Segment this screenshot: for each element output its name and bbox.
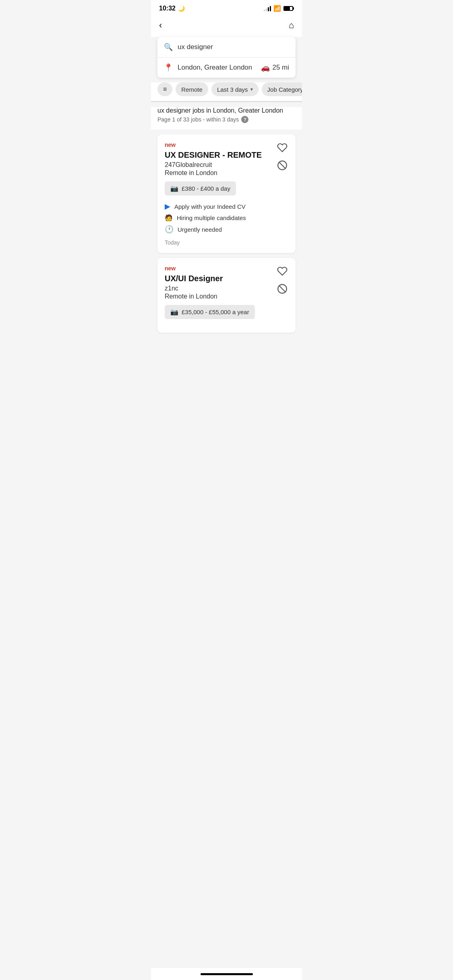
home-bar bbox=[201, 973, 253, 975]
search-container: 🔍 ux designer 📍 London, Greater London 🚗… bbox=[157, 37, 296, 78]
job-title-1: UX DESIGNER - REMOTE bbox=[165, 150, 288, 160]
days-pill-label: Last 3 days bbox=[217, 86, 248, 93]
salary-badge-1: 📷 £380 - £400 a day bbox=[165, 181, 236, 196]
filter-remote-pill[interactable]: Remote bbox=[176, 82, 208, 96]
new-badge-1: new bbox=[165, 142, 288, 148]
filter-category-pill[interactable]: Job Category bbox=[262, 82, 302, 96]
results-title: ux designer jobs in London, Greater Lond… bbox=[157, 107, 296, 114]
search-icon: 🔍 bbox=[164, 43, 173, 51]
results-count: Page 1 of 33 jobs - within 3 days bbox=[157, 116, 239, 123]
status-icons: 📶 bbox=[264, 5, 294, 12]
nav-bar: ‹ ⌂ bbox=[151, 15, 302, 37]
job-location-2: Remote in London bbox=[165, 293, 288, 300]
results-info: ux designer jobs in London, Greater Lond… bbox=[151, 107, 302, 130]
location-text[interactable]: London, Greater London bbox=[178, 64, 256, 72]
filter-icon-pill[interactable]: ≡ bbox=[157, 82, 172, 96]
svg-line-1 bbox=[279, 162, 285, 168]
salary-text-2: £35,000 - £55,000 a year bbox=[182, 309, 249, 315]
card-actions-1 bbox=[276, 142, 288, 171]
search-row[interactable]: 🔍 ux designer bbox=[157, 37, 296, 58]
home-indicator bbox=[151, 968, 302, 980]
wifi-icon: 📶 bbox=[273, 5, 281, 12]
dismiss-job-button-2[interactable] bbox=[276, 283, 288, 295]
svg-line-3 bbox=[279, 286, 285, 292]
location-row[interactable]: 📍 London, Greater London 🚗 25 mi bbox=[157, 58, 296, 78]
job-list: new UX DESIGNER - REMOTE 247Globalrecrui… bbox=[151, 130, 302, 338]
hiring-icon-1: 🧑 bbox=[165, 214, 173, 222]
job-location-1: Remote in London bbox=[165, 169, 288, 177]
search-input[interactable]: ux designer bbox=[178, 43, 213, 51]
results-subtitle: Page 1 of 33 jobs - within 3 days ? bbox=[157, 116, 296, 123]
save-job-button-2[interactable] bbox=[276, 265, 288, 277]
battery-icon bbox=[283, 6, 294, 11]
apply-icon-1: ▶ bbox=[165, 202, 170, 211]
post-date-1: Today bbox=[165, 239, 288, 246]
back-button[interactable]: ‹ bbox=[159, 20, 162, 31]
location-icon: 📍 bbox=[164, 63, 173, 72]
urgent-icon-1: 🕐 bbox=[165, 225, 174, 234]
signal-icon bbox=[264, 6, 271, 11]
salary-icon-2: 📷 bbox=[170, 308, 178, 316]
feature-hiring-1: 🧑 Hiring multiple candidates bbox=[165, 214, 288, 222]
help-icon[interactable]: ? bbox=[241, 116, 248, 123]
hiring-text-1: Hiring multiple candidates bbox=[177, 214, 246, 221]
moon-icon: 🌙 bbox=[178, 5, 185, 12]
filter-days-pill[interactable]: Last 3 days ▾ bbox=[211, 82, 259, 96]
distance-wrap: 🚗 25 mi bbox=[261, 63, 289, 72]
section-divider bbox=[151, 101, 302, 102]
job-card-1[interactable]: new UX DESIGNER - REMOTE 247Globalrecrui… bbox=[157, 134, 296, 253]
salary-text-1: £380 - £400 a day bbox=[182, 185, 230, 192]
urgent-text-1: Urgently needed bbox=[178, 226, 222, 233]
car-icon: 🚗 bbox=[261, 63, 270, 72]
job-card-2[interactable]: new UX/UI Designer z1nc Remote in London… bbox=[157, 258, 296, 333]
feature-apply-1: ▶ Apply with your Indeed CV bbox=[165, 202, 288, 211]
remote-pill-label: Remote bbox=[181, 86, 203, 93]
salary-badge-2: 📷 £35,000 - £55,000 a year bbox=[165, 305, 255, 319]
distance-text: 25 mi bbox=[272, 64, 289, 72]
status-bar: 10:32 🌙 📶 bbox=[151, 0, 302, 15]
company-name-2: z1nc bbox=[165, 285, 288, 292]
card-actions-2 bbox=[276, 265, 288, 295]
dismiss-job-button-1[interactable] bbox=[276, 159, 288, 171]
salary-icon-1: 📷 bbox=[170, 185, 178, 192]
features-list-1: ▶ Apply with your Indeed CV 🧑 Hiring mul… bbox=[165, 202, 288, 234]
job-title-2: UX/UI Designer bbox=[165, 274, 288, 283]
category-pill-label: Job Category bbox=[267, 86, 302, 93]
new-badge-2: new bbox=[165, 265, 288, 272]
apply-text-1: Apply with your Indeed CV bbox=[174, 203, 246, 210]
feature-urgent-1: 🕐 Urgently needed bbox=[165, 225, 288, 234]
chevron-down-icon: ▾ bbox=[250, 86, 253, 92]
save-job-button-1[interactable] bbox=[276, 142, 288, 154]
filter-bar: ≡ Remote Last 3 days ▾ Job Category bbox=[151, 82, 302, 101]
home-button[interactable]: ⌂ bbox=[289, 20, 294, 31]
status-time: 10:32 bbox=[159, 5, 176, 12]
company-name-1: 247Globalrecruit bbox=[165, 161, 288, 169]
filter-sliders-icon: ≡ bbox=[163, 86, 167, 93]
